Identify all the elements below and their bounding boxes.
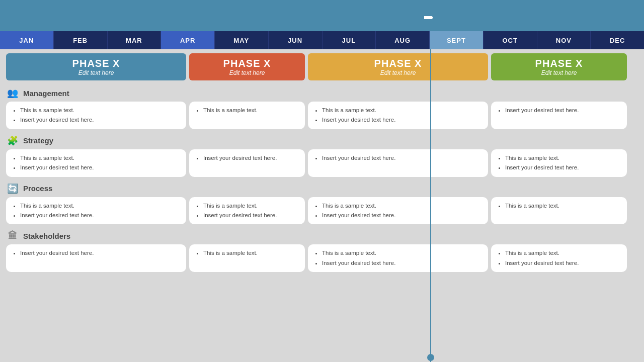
card-management-2: This is a sample text. — [189, 102, 305, 129]
card-process-4: This is a sample text. — [491, 197, 627, 225]
list-item: Insert your desired text here. — [20, 115, 180, 124]
card-stakeholders-1: Insert your desired text here. — [6, 244, 186, 272]
phase-sub-1: Edit text here — [78, 69, 114, 76]
phase-block-2: PHASE X Edit text here — [189, 53, 305, 80]
card-strategy-4: This is a sample text.Insert your desire… — [491, 149, 627, 177]
list-item: Insert your desired text here. — [203, 153, 299, 162]
main-content: PHASE X Edit text here PHASE X Edit text… — [0, 49, 644, 362]
card-management-4: Insert your desired text here. — [491, 102, 627, 129]
cards-row-stakeholders: Insert your desired text here.This is a … — [6, 244, 638, 272]
phase-block-3: PHASE X Edit text here — [308, 53, 488, 80]
card-strategy-2: Insert your desired text here. — [189, 149, 305, 177]
section-header-management: 👥 Management — [6, 84, 638, 102]
section-header-process: 🔄 Process — [6, 180, 638, 197]
list-item: Insert your desired text here. — [20, 211, 180, 220]
list-item: Insert your desired text here. — [20, 163, 180, 172]
list-item: This is a sample text. — [20, 153, 180, 162]
card-stakeholders-2: This is a sample text. — [189, 244, 305, 272]
phase-row: PHASE X Edit text here PHASE X Edit text… — [0, 49, 644, 83]
month-cell-oct: OCT — [484, 31, 537, 49]
cards-row-management: This is a sample text.Insert your desire… — [6, 102, 638, 129]
list-item: Insert your desired text here. — [505, 163, 621, 172]
month-cell-jul: JUL — [323, 31, 376, 49]
card-management-3: This is a sample text.Insert your desire… — [308, 102, 488, 129]
month-cell-jun: JUN — [269, 31, 323, 49]
cards-row-strategy: This is a sample text.Insert your desire… — [6, 149, 638, 177]
month-cell-sept: SEPT — [430, 31, 484, 49]
list-item: This is a sample text. — [505, 201, 621, 210]
list-item: Insert your desired text here. — [505, 258, 621, 267]
month-cell-nov: NOV — [537, 31, 591, 49]
phase-sub-3: Edit text here — [380, 69, 416, 76]
section-label-stakeholders: Stakeholders — [23, 232, 70, 240]
list-item: Insert your desired text here. — [322, 258, 482, 267]
page-title — [0, 0, 644, 15]
today-dot — [427, 354, 434, 361]
card-process-3: This is a sample text.Insert your desire… — [308, 197, 488, 225]
list-item: This is a sample text. — [203, 106, 299, 115]
section-icon-strategy: 🧩 — [6, 134, 19, 147]
list-item: This is a sample text. — [20, 201, 180, 210]
list-item: Insert your desired text here. — [322, 211, 482, 220]
list-item: This is a sample text. — [322, 248, 482, 257]
list-item: This is a sample text. — [203, 201, 299, 210]
today-line — [430, 49, 431, 362]
app-container: JANFEBMARAPRMAYJUNJULAUGSEPTOCTNOVDEC PH… — [0, 0, 644, 362]
list-item: This is a sample text. — [20, 106, 180, 115]
list-item: Insert your desired text here. — [203, 211, 299, 220]
month-cell-may: MAY — [215, 31, 269, 49]
section-strategy: 🧩 StrategyThis is a sample text.Insert y… — [0, 131, 644, 179]
month-cell-feb: FEB — [54, 31, 108, 49]
list-item: Insert your desired text here. — [20, 248, 180, 257]
section-icon-management: 👥 — [6, 86, 19, 100]
card-strategy-1: This is a sample text.Insert your desire… — [6, 149, 186, 177]
card-stakeholders-3: This is a sample text.Insert your desire… — [308, 244, 488, 272]
list-item: This is a sample text. — [322, 106, 482, 115]
list-item: This is a sample text. — [505, 248, 621, 257]
list-item: This is a sample text. — [322, 201, 482, 210]
card-process-2: This is a sample text.Insert your desire… — [189, 197, 305, 225]
section-management: 👥 ManagementThis is a sample text.Insert… — [0, 83, 644, 131]
list-item: This is a sample text. — [505, 153, 621, 162]
section-stakeholders: 🏛 StakeholdersInsert your desired text h… — [0, 226, 644, 274]
section-label-process: Process — [23, 184, 52, 193]
list-item: Insert your desired text here. — [322, 153, 482, 162]
section-icon-process: 🔄 — [6, 182, 19, 195]
month-cell-jan: JAN — [0, 31, 54, 49]
cards-row-process: This is a sample text.Insert your desire… — [6, 197, 638, 225]
card-strategy-3: Insert your desired text here. — [308, 149, 488, 177]
phase-sub-4: Edit text here — [541, 69, 577, 76]
months-row: JANFEBMARAPRMAYJUNJULAUGSEPTOCTNOVDEC — [0, 31, 644, 49]
month-cell-apr: APR — [161, 31, 215, 49]
phase-block-1: PHASE X Edit text here — [6, 53, 186, 80]
section-process: 🔄 ProcessThis is a sample text.Insert yo… — [0, 179, 644, 227]
section-header-stakeholders: 🏛 Stakeholders — [6, 227, 638, 244]
month-cell-mar: MAR — [108, 31, 162, 49]
sections-container: 👥 ManagementThis is a sample text.Insert… — [0, 83, 644, 274]
month-cell-dec: DEC — [591, 31, 644, 49]
month-cell-aug: AUG — [376, 31, 430, 49]
card-process-1: This is a sample text.Insert your desire… — [6, 197, 186, 225]
phase-title-4: PHASE X — [535, 58, 583, 69]
phase-title-1: PHASE X — [72, 58, 120, 69]
timeline-wrapper: JANFEBMARAPRMAYJUNJULAUGSEPTOCTNOVDEC PH… — [0, 15, 644, 362]
card-stakeholders-4: This is a sample text.Insert your desire… — [491, 244, 627, 272]
phase-block-4: PHASE X Edit text here — [491, 53, 627, 80]
section-label-management: Management — [23, 89, 69, 98]
list-item: This is a sample text. — [203, 248, 299, 257]
list-item: Insert your desired text here. — [322, 115, 482, 124]
card-management-1: This is a sample text.Insert your desire… — [6, 102, 186, 129]
today-flag — [424, 16, 433, 19]
phase-title-2: PHASE X — [223, 58, 271, 69]
section-label-strategy: Strategy — [23, 136, 53, 145]
section-header-strategy: 🧩 Strategy — [6, 132, 638, 149]
phase-title-3: PHASE X — [374, 58, 422, 69]
section-icon-stakeholders: 🏛 — [6, 229, 19, 242]
phase-sub-2: Edit text here — [229, 69, 265, 76]
list-item: Insert your desired text here. — [505, 106, 621, 115]
